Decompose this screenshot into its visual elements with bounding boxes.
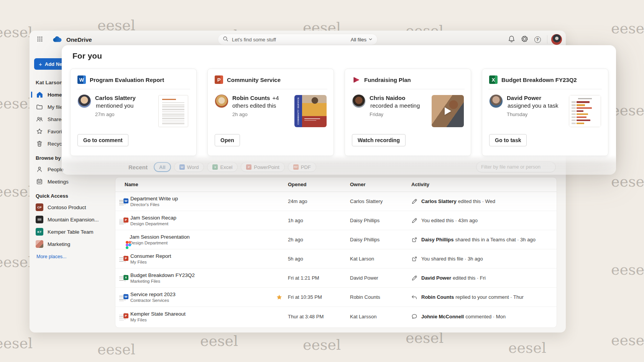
more-places-link[interactable]: More places...: [36, 254, 67, 259]
quick-access-item[interactable]: Mountain Expansion...: [33, 213, 111, 226]
activity-actor: Daisy Phillips: [421, 237, 454, 242]
activity-text: You shared this file · 3h ago: [421, 256, 483, 262]
card-actor-name: Robin Counts: [232, 95, 270, 101]
onedrive-brand: OneDrive: [53, 35, 92, 44]
calendar-icon: [36, 178, 43, 185]
watermark-text: eesel: [0, 24, 33, 41]
table-row[interactable]: P Kempler State Shareout My Files Thur a…: [115, 307, 557, 326]
team-icon: CP: [36, 203, 43, 211]
table-body: W Department Write up Director's Files 2…: [115, 192, 557, 326]
table-row[interactable]: X Budget Breakdown FY23Q2 Marketing File…: [115, 269, 557, 288]
column-header-opened[interactable]: Opened: [288, 182, 350, 187]
quick-access-heading: Quick Access: [36, 193, 111, 199]
table-row[interactable]: P Jam Session Recap Design Department 1h…: [115, 211, 557, 230]
help-button[interactable]: ?: [532, 34, 543, 45]
activity-text: You edited this · 43m ago: [421, 218, 478, 223]
file-preview-thumbnail: [569, 95, 601, 127]
opened-time: Fri at 10:35 PM: [288, 294, 350, 300]
owner-name: Carlos Slattery: [350, 198, 411, 204]
watermark-text: eesel: [611, 173, 644, 190]
sidebar-item-meetings[interactable]: Meetings: [33, 175, 111, 188]
search-bar[interactable]: All files: [218, 34, 378, 45]
activity-actor: Robin Counts: [421, 294, 454, 300]
table-row[interactable]: W Service report 2023 Contractor Service…: [115, 288, 557, 307]
card-timestamp: 27m ago: [95, 111, 153, 118]
quick-access-item[interactable]: Marketing: [33, 238, 111, 250]
topbar-divider: [547, 35, 547, 44]
card-action-text: recorded a meeting: [370, 102, 420, 109]
file-preview-thumbnail: COMMUNITY SERVICE: [294, 95, 327, 127]
notifications-button[interactable]: [506, 34, 517, 45]
help-icon: ?: [534, 36, 541, 43]
activity-actor: Carlos Slattery: [421, 198, 457, 204]
card-timestamp: Friday: [370, 111, 428, 118]
activity-text: edited this · Wed: [458, 198, 495, 204]
opened-time: Thur at 3:48 PM: [288, 314, 350, 319]
owner-name: Kat Larsson: [350, 314, 411, 319]
onedrive-cloud-icon: [53, 35, 63, 44]
owner-name: Daisy Phillips: [350, 218, 411, 223]
search-scope-label: All files: [351, 37, 366, 43]
watermark-text: eesel: [0, 95, 33, 112]
edit-icon: [411, 275, 417, 281]
file-name: Kempler State Shareout: [130, 311, 186, 317]
for-you-heading: For you: [72, 51, 102, 61]
word-file-icon: W: [125, 293, 125, 301]
powerpoint-app-icon: P: [215, 75, 223, 84]
file-location: My Files: [130, 318, 186, 322]
file-name: Consumer Report: [130, 253, 171, 259]
for-you-panel: For you W Program Evaluation Report Carl…: [62, 45, 616, 175]
person-icon: [36, 165, 43, 173]
quick-access-item[interactable]: CP Contoso Product: [33, 201, 111, 213]
share-icon: [411, 237, 417, 243]
team-icon: [36, 240, 43, 248]
card-actor-name: Chris Naidoo: [370, 95, 405, 101]
card-title: Fundraising Plan: [364, 77, 411, 83]
for-you-card[interactable]: X Budget Breakdown FY23Q2 David Power as…: [482, 69, 608, 156]
quick-access-item[interactable]: KT Kemper Table Team: [33, 226, 111, 238]
owner-name: David Power: [350, 275, 411, 281]
settings-button[interactable]: [519, 34, 530, 45]
watermark-text: eesel: [611, 20, 644, 37]
for-you-card[interactable]: P Community Service Robin Counts +4 othe…: [207, 69, 334, 156]
card-action-button[interactable]: Open: [215, 134, 240, 146]
avatar: [352, 94, 366, 108]
trash-icon: [36, 140, 43, 147]
favorite-star-icon[interactable]: [276, 294, 283, 300]
play-icon[interactable]: [432, 95, 464, 127]
card-actor-name: David Power: [507, 95, 541, 101]
powerpoint-file-icon: P: [125, 217, 125, 224]
table-row[interactable]: P Consumer Report My Files 5h ago Kat La…: [115, 249, 557, 269]
for-you-cards: W Program Evaluation Report Carlos Slatt…: [70, 69, 608, 156]
waffle-icon: [37, 36, 43, 43]
avatar: [489, 94, 503, 108]
file-name: Jam Session Recap: [130, 215, 176, 221]
table-row[interactable]: W Department Write up Director's Files 2…: [115, 192, 557, 211]
column-header-owner[interactable]: Owner: [350, 182, 411, 187]
powerpoint-file-icon: P: [125, 255, 125, 262]
card-action-button[interactable]: Go to task: [489, 134, 527, 146]
watermark-text: eesel: [508, 339, 546, 356]
opened-time: 24m ago: [288, 198, 350, 204]
for-you-card[interactable]: Fundraising Plan Chris Naidoo recorded a…: [345, 69, 471, 156]
card-action-button[interactable]: Go to comment: [77, 134, 128, 146]
card-divider: [77, 89, 190, 89]
avatar: [77, 94, 91, 108]
activity-actor: David Power: [421, 275, 451, 281]
column-header-activity[interactable]: Activity: [411, 182, 547, 187]
comment-icon: [411, 313, 417, 319]
app-launcher-icon[interactable]: [33, 33, 46, 46]
column-header-name[interactable]: Name: [125, 182, 288, 187]
for-you-card[interactable]: W Program Evaluation Report Carlos Slatt…: [70, 69, 197, 156]
card-timestamp: Thursday: [507, 111, 565, 118]
avatar: [215, 94, 228, 108]
table-row[interactable]: Jam Session Presentation Design Departme…: [115, 230, 557, 249]
search-scope-dropdown[interactable]: All files: [351, 37, 373, 43]
card-action-button[interactable]: Watch recording: [352, 134, 406, 146]
star-icon: [36, 128, 43, 135]
sidebar-quick-access: CP Contoso Product Mountain Expansion...…: [33, 201, 111, 250]
owner-name: Kat Larson: [350, 256, 411, 262]
watermark-text: eesel: [200, 333, 238, 349]
search-input[interactable]: [232, 37, 351, 43]
user-avatar[interactable]: [551, 34, 562, 45]
